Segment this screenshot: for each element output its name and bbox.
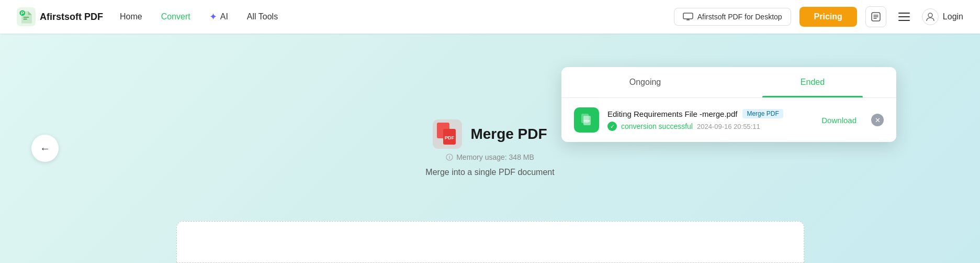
login-label: Login [943, 12, 963, 21]
logo-text: Afirstsoft PDF [40, 12, 103, 23]
menu-button[interactable] [895, 7, 914, 26]
header-right: Afirstsoft PDF for Desktop Pricing Login [674, 6, 963, 27]
nav-convert[interactable]: Convert [161, 12, 190, 21]
main-content: ← PDF Merge PDF Memory usage: 348 MB Mer… [0, 34, 980, 263]
main-nav: Home Convert ✦ AI All Tools [120, 11, 674, 23]
task-pdf-icon: PDF [574, 107, 599, 133]
merge-pdf-icon: PDF [433, 119, 462, 149]
login-area[interactable]: Login [922, 8, 963, 25]
menu-line-3 [898, 20, 910, 21]
svg-text:P: P [21, 10, 24, 16]
logo-area[interactable]: P Afirstsoft PDF [17, 7, 103, 26]
svg-text:PDF: PDF [584, 119, 590, 123]
logo-icon: P [17, 7, 36, 26]
center-panel: PDF Merge PDF Memory usage: 348 MB Merge… [425, 119, 554, 177]
menu-line-2 [898, 16, 910, 17]
close-task-button[interactable]: ✕ [871, 114, 884, 126]
pricing-button[interactable]: Pricing [799, 7, 857, 27]
merge-icon-area: PDF Merge PDF [433, 119, 547, 149]
tabs-row: Ongoing Ended [561, 67, 896, 98]
tab-ongoing[interactable]: Ongoing [561, 67, 729, 97]
task-time: 2024-09-16 20:55:11 [697, 123, 760, 130]
avatar-icon [922, 8, 939, 25]
header: P Afirstsoft PDF Home Convert ✦ AI All T… [0, 0, 980, 34]
status-check-icon: ✓ [607, 122, 617, 131]
memory-info: Memory usage: 348 MB [446, 153, 534, 161]
list-icon-button[interactable] [865, 6, 886, 27]
svg-rect-1 [24, 17, 29, 18]
task-badge: Merge PDF [742, 109, 783, 118]
download-button[interactable]: Download [821, 116, 857, 125]
tab-ended[interactable]: Ended [729, 67, 896, 97]
task-list-icon [870, 11, 882, 23]
upload-area[interactable] [176, 221, 804, 263]
status-text: conversion successful [621, 122, 693, 130]
task-filename: Editing Requirements File -merge.pdf [607, 109, 737, 118]
task-filename-row: Editing Requirements File -merge.pdf Mer… [607, 109, 813, 118]
ai-sparkle-icon: ✦ [209, 11, 217, 23]
menu-line-1 [898, 13, 910, 14]
nav-all-tools[interactable]: All Tools [247, 12, 278, 21]
svg-text:PDF: PDF [445, 135, 455, 140]
merge-subtitle: Merge into a single PDF document [425, 168, 554, 177]
merge-title: Merge PDF [470, 126, 547, 143]
nav-ai[interactable]: ✦ AI [209, 11, 228, 23]
task-item: PDF Editing Requirements File -merge.pdf… [561, 98, 896, 142]
task-status-row: ✓ conversion successful 2024-09-16 20:55… [607, 122, 813, 131]
nav-home[interactable]: Home [120, 12, 142, 21]
svg-rect-5 [683, 13, 693, 19]
task-info: Editing Requirements File -merge.pdf Mer… [607, 109, 813, 131]
dropdown-panel: Ongoing Ended PDF Editing Requirements F… [561, 67, 896, 142]
svg-rect-2 [24, 19, 27, 20]
info-icon [446, 154, 453, 161]
svg-point-7 [928, 13, 932, 17]
back-button[interactable]: ← [31, 135, 59, 162]
desktop-button[interactable]: Afirstsoft PDF for Desktop [674, 8, 791, 26]
monitor-icon [683, 13, 693, 21]
